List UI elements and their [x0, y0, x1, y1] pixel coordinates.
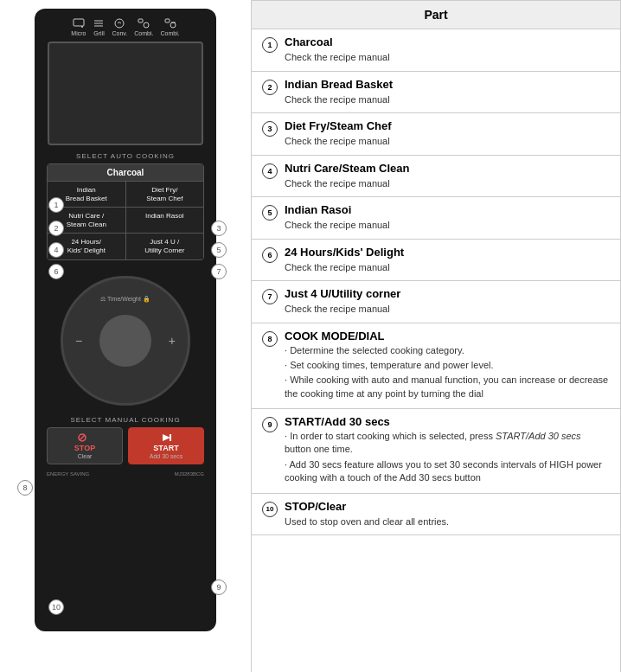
part-number-3: 3 — [262, 121, 278, 137]
part-content-5: Indian Rasoi Check the recipe manual — [285, 203, 610, 233]
part-row-8: 8 COOK MODE/DIAL Determine the selected … — [252, 323, 620, 410]
svg-point-1 — [81, 26, 83, 28]
part-row-1: 1 Charcoal Check the recipe manual — [252, 29, 620, 72]
part-desc-5: Check the recipe manual — [285, 218, 610, 233]
part-desc-2: Check the recipe manual — [285, 93, 610, 107]
part-row-7: 7 Just 4 U/Utility corner Check the reci… — [252, 281, 620, 323]
part-number-9: 9 — [262, 417, 278, 432]
part-desc-8-list: Determine the selected cooking category.… — [285, 344, 610, 401]
part-name-9: START/Add 30 secs — [285, 415, 610, 428]
svg-rect-0 — [74, 19, 84, 26]
part-row-10: 10 STOP/Clear Used to stop oven and clea… — [252, 494, 620, 536]
bottom-buttons: STOP Clear START Add 30 secs — [47, 427, 204, 464]
microwave-body: Micro Grill Conv. — [35, 9, 216, 631]
part-name-5: Indian Rasoi — [285, 203, 610, 216]
mode-grill[interactable]: Grill — [93, 17, 105, 36]
part-desc-8-item-1: Determine the selected cooking category. — [285, 344, 610, 357]
part-number-6: 6 — [262, 247, 278, 263]
stop-button-sub-label: Clear — [78, 453, 93, 459]
model-number-label: MJ3283BCG — [175, 471, 204, 477]
part-name-1: Charcoal — [285, 35, 610, 48]
number-label-8: 8 — [17, 480, 33, 496]
part-content-3: Diet Fry/Steam Chef Check the recipe man… — [285, 119, 610, 149]
svg-line-12 — [80, 435, 85, 440]
part-desc-3: Check the recipe manual — [285, 134, 610, 149]
mode-combi2-label: Combi. — [160, 30, 179, 36]
part-name-10: STOP/Clear — [285, 500, 610, 513]
number-label-10: 10 — [48, 599, 64, 615]
part-row-3: 3 Diet Fry/Steam Chef Check the recipe m… — [252, 113, 620, 156]
part-content-9: START/Add 30 secs In order to start cook… — [285, 415, 610, 487]
stop-clear-button[interactable]: STOP Clear — [47, 427, 123, 464]
mode-conv-label: Conv. — [112, 30, 127, 36]
part-desc-10: Used to stop oven and clear all entries. — [285, 515, 610, 529]
indian-rasoi-button[interactable]: Indian Rasol — [126, 208, 204, 233]
auto-row-1: IndianBread Basket Diet Fry/Steam Chef — [48, 182, 203, 208]
stop-button-main-label: STOP — [74, 444, 95, 452]
part-content-2: Indian Bread Basket Check the recipe man… — [285, 78, 610, 107]
part-content-10: STOP/Clear Used to stop oven and clear a… — [285, 500, 610, 529]
part-name-3: Diet Fry/Steam Chef — [285, 119, 610, 132]
dial-plus[interactable]: + — [169, 334, 176, 348]
part-content-6: 24 Hours/Kids' Delight Check the recipe … — [285, 246, 610, 275]
part-number-1: 1 — [262, 37, 278, 53]
manual-cooking-label: SELECT MANUAL COOKING — [70, 416, 180, 424]
part-desc-9-item-2: Add 30 secs feature allows you to set 30… — [285, 458, 610, 485]
svg-rect-6 — [138, 19, 143, 22]
parts-header: Part — [252, 1, 620, 29]
mode-combi1-label: Combi. — [134, 30, 153, 36]
mode-combi2[interactable]: Combi. — [160, 17, 179, 36]
part-row-2: 2 Indian Bread Basket Check the recipe m… — [252, 72, 620, 114]
part-name-2: Indian Bread Basket — [285, 78, 610, 91]
part-desc-9-list: In order to start cooking which is selec… — [285, 430, 610, 485]
number-label-9: 9 — [211, 579, 227, 595]
display-screen — [48, 42, 203, 145]
auto-row-3: 24 Hours/Kids' Delight Just 4 U /Utility… — [48, 234, 203, 259]
mode-micro-label: Micro — [71, 30, 86, 36]
left-panel: Micro Grill Conv. — [0, 0, 251, 672]
part-row-9: 9 START/Add 30 secs In order to start co… — [252, 409, 620, 494]
part-number-4: 4 — [262, 163, 278, 179]
microwave-footer: ENERGY SAVING MJ3283BCG — [47, 471, 204, 477]
part-number-10: 10 — [262, 502, 278, 517]
just-4u-utility-corner-button[interactable]: Just 4 U /Utility Corner — [126, 234, 204, 259]
auto-cooking-grid: Charcoal IndianBread Basket Diet Fry/Ste… — [47, 163, 204, 260]
part-name-7: Just 4 U/Utility corner — [285, 287, 610, 300]
part-row-4: 4 Nutri Care/Steam Clean Check the recip… — [252, 156, 620, 198]
part-row-6: 6 24 Hours/Kids' Delight Check the recip… — [252, 240, 620, 282]
part-desc-7: Check the recipe manual — [285, 302, 610, 317]
part-row-5: 5 Indian Rasoi Check the recipe manual — [252, 197, 620, 240]
charcoal-button[interactable]: Charcoal — [48, 164, 203, 182]
mode-conv[interactable]: Conv. — [112, 17, 127, 36]
part-desc-6: Check the recipe manual — [285, 260, 610, 275]
mode-icons-row: Micro Grill Conv. — [42, 17, 209, 36]
svg-rect-8 — [165, 19, 170, 22]
dial-label: ⚖ Time/Weight 🔒 — [100, 296, 150, 303]
number-label-4: 4 — [48, 242, 64, 258]
mode-grill-label: Grill — [93, 30, 104, 36]
diet-fry-steam-chef-button[interactable]: Diet Fry/Steam Chef — [126, 182, 204, 207]
svg-point-7 — [144, 22, 149, 28]
part-content-1: Charcoal Check the recipe manual — [285, 35, 610, 65]
number-label-2: 2 — [48, 221, 64, 236]
right-panel: Part 1 Charcoal Check the recipe manual … — [251, 0, 621, 672]
part-desc-8: Determine the selected cooking category.… — [285, 344, 610, 401]
part-name-4: Nutri Care/Steam Clean — [285, 162, 610, 175]
mode-micro[interactable]: Micro — [71, 17, 86, 36]
svg-marker-13 — [163, 434, 170, 441]
mode-combi1[interactable]: Combi. — [134, 17, 153, 36]
part-number-7: 7 — [262, 289, 278, 304]
energy-saving-label: ENERGY SAVING — [47, 471, 89, 477]
part-number-5: 5 — [262, 205, 278, 221]
start-add30-button[interactable]: START Add 30 secs — [128, 427, 204, 464]
start-button-main-label: START — [153, 444, 178, 452]
number-label-7: 7 — [211, 264, 227, 279]
part-desc-4: Check the recipe manual — [285, 176, 610, 191]
part-content-8: COOK MODE/DIAL Determine the selected co… — [285, 330, 610, 403]
cook-mode-dial[interactable]: ⚖ Time/Weight 🔒 − + — [61, 276, 190, 406]
dial-minus[interactable]: − — [75, 334, 82, 348]
auto-cooking-label: SELECT AUTO COOKING — [76, 152, 175, 160]
svg-point-5 — [115, 19, 124, 28]
number-label-6: 6 — [48, 264, 64, 279]
part-desc-1: Check the recipe manual — [285, 50, 610, 65]
